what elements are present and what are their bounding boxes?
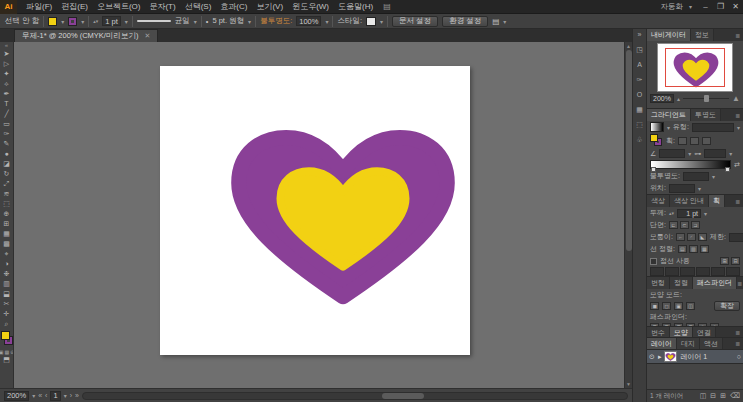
symbols-panel-icon[interactable]: ♧ — [636, 136, 642, 144]
pencil-tool[interactable]: ✎ — [0, 139, 14, 149]
horizontal-scrollbar[interactable] — [82, 392, 628, 400]
round-cap-button[interactable]: ⊂ — [680, 221, 689, 229]
tab-appearance[interactable]: 모양 — [670, 327, 693, 338]
align-panel-icon[interactable]: ▤ — [492, 17, 499, 26]
heart-artwork[interactable] — [215, 128, 471, 308]
menu-item[interactable]: 도움말(H) — [338, 1, 373, 12]
stroke-panel-icon[interactable]: O — [637, 91, 642, 99]
minimize-button[interactable]: – — [698, 1, 713, 13]
appearance-panel-icon[interactable]: ⬚ — [636, 121, 643, 129]
brush-dropdown-icon[interactable]: ▾ — [248, 18, 251, 25]
unite-button[interactable]: ◼ — [650, 302, 659, 310]
menu-item[interactable]: 문자(T) — [149, 1, 175, 12]
gap-field[interactable] — [665, 267, 679, 276]
dash-field[interactable] — [711, 267, 725, 276]
hand-tool[interactable]: ✛ — [0, 309, 14, 319]
pen-tool[interactable]: ✒ — [0, 89, 14, 99]
workspace-dropdown-icon[interactable]: ▾ — [689, 3, 692, 10]
panel-menu-icon[interactable]: ≣ — [735, 109, 743, 121]
gradient-preset-dropdown-icon[interactable]: ▾ — [667, 124, 670, 131]
selection-tool[interactable]: ➤ — [0, 49, 14, 59]
rectangle-tool[interactable]: ▭ — [0, 119, 14, 129]
artboard[interactable] — [160, 66, 470, 355]
preserve-dash-button[interactable]: ⊞ — [720, 257, 729, 265]
tab-transform[interactable]: 변형 — [647, 277, 670, 289]
delete-layer-button[interactable]: ⌫ — [730, 392, 740, 400]
navigator-zoom-slider[interactable] — [683, 98, 729, 99]
expand-dock-icon[interactable]: » — [638, 31, 642, 39]
eyedropper-tool[interactable]: ⌖ — [0, 249, 14, 259]
gradient-stop-left[interactable] — [651, 167, 656, 172]
slice-tool[interactable]: ✂ — [0, 299, 14, 309]
column-graph-tool[interactable]: ▥ — [0, 279, 14, 289]
shape-builder-tool[interactable]: ⊕ — [0, 209, 14, 219]
gradient-type-field[interactable] — [692, 123, 734, 132]
butt-cap-button[interactable]: ⊏ — [669, 221, 678, 229]
gradient-along-stroke-button[interactable] — [690, 137, 699, 145]
panel-menu-icon[interactable]: ≣ — [735, 338, 743, 349]
gradient-tool[interactable]: ▩ — [0, 239, 14, 249]
eraser-tool[interactable]: ◪ — [0, 159, 14, 169]
lasso-tool[interactable]: ⟡ — [0, 79, 14, 89]
type-tool[interactable]: T — [0, 99, 14, 109]
panel-menu-icon[interactable]: ≣ — [735, 327, 743, 338]
tab-variables[interactable]: 변수 — [647, 327, 670, 338]
dashed-line-checkbox[interactable] — [650, 258, 657, 265]
artboard-tool[interactable]: ⬓ — [0, 289, 14, 299]
stroke-weight-stepper[interactable]: ▴▾ — [93, 19, 98, 23]
swatches-panel-icon[interactable]: ▦ — [636, 106, 643, 114]
artboard-number-field[interactable]: 1 — [50, 391, 60, 401]
projecting-cap-button[interactable]: ⊐ — [691, 221, 700, 229]
gradient-fill-stroke-indicator[interactable] — [650, 134, 663, 147]
aspect-dropdown-icon[interactable]: ▾ — [729, 150, 732, 157]
tab-align[interactable]: 정렬 — [670, 277, 693, 289]
drawing-mode-icon[interactable]: ⬒ — [0, 355, 14, 365]
menu-item[interactable]: 보기(V) — [256, 1, 283, 12]
zoom-level-field[interactable]: 200% — [4, 391, 29, 401]
tab-color-guide[interactable]: 색상 안내 — [670, 195, 709, 207]
bevel-join-button[interactable]: ◣ — [698, 233, 707, 241]
gradient-thumbnail[interactable] — [650, 122, 664, 132]
vertical-scrollbar[interactable]: ▲ ▼ — [624, 42, 632, 388]
last-artboard-icon[interactable]: » — [75, 392, 79, 399]
vertical-scroll-thumb[interactable] — [626, 50, 632, 251]
gap-field[interactable] — [726, 267, 740, 276]
close-button[interactable]: ✕ — [728, 1, 743, 13]
line-segment-tool[interactable]: ╱ — [0, 109, 14, 119]
tab-stroke[interactable]: 획 — [709, 195, 725, 207]
document-close-icon[interactable]: ✕ — [144, 32, 150, 40]
artboards-panel-icon[interactable]: ◳ — [636, 46, 643, 54]
restore-button[interactable]: ❐ — [713, 1, 728, 13]
width-tool[interactable]: ≋ — [0, 189, 14, 199]
zoom-tool[interactable]: ⌕ — [0, 319, 14, 329]
layer-expand-icon[interactable]: ▸ — [658, 353, 662, 361]
minus-front-button[interactable]: ◻ — [662, 302, 671, 310]
tab-layers[interactable]: 레이어 — [647, 338, 677, 349]
layer-target-icon[interactable]: ○ — [737, 353, 741, 360]
tab-gradient[interactable]: 그라디언트 — [647, 109, 691, 121]
zoom-dropdown-icon[interactable]: ▾ — [32, 392, 35, 399]
document-tab[interactable]: 무제-1* @ 200% (CMYK/미리보기) ✕ — [14, 29, 158, 42]
artboard-dropdown-icon[interactable]: ▾ — [64, 392, 67, 399]
panel-menu-icon[interactable]: ≣ — [735, 29, 743, 41]
navigator-zoom-field[interactable]: 200% — [650, 94, 674, 103]
expand-button[interactable]: 확장 — [714, 301, 740, 311]
app-logo[interactable]: Ai — [0, 0, 17, 14]
gradient-fill-swatch[interactable] — [650, 134, 658, 142]
weight-dropdown-icon[interactable]: ▾ — [704, 210, 707, 217]
blend-tool[interactable]: ◑ — [0, 259, 14, 269]
tab-actions[interactable]: 액션 — [700, 338, 723, 349]
fill-color-swatch[interactable] — [48, 17, 57, 26]
gradient-aspect-field[interactable] — [704, 149, 726, 158]
dash-field[interactable] — [680, 267, 694, 276]
tab-pathfinder[interactable]: 패스파인더 — [693, 277, 737, 289]
free-transform-tool[interactable]: ⬚ — [0, 199, 14, 209]
gap-field[interactable] — [696, 267, 710, 276]
tab-color[interactable]: 색상 — [647, 195, 670, 207]
workspace-switcher[interactable]: 자동화 — [660, 2, 683, 12]
menu-item[interactable]: 효과(C) — [220, 1, 247, 12]
direct-selection-tool[interactable]: ▷ — [0, 59, 14, 69]
tab-artboards[interactable]: 대지 — [677, 338, 700, 349]
align-dropdown-icon[interactable]: ▾ — [503, 18, 506, 25]
gradient-opacity-field[interactable] — [683, 172, 709, 181]
